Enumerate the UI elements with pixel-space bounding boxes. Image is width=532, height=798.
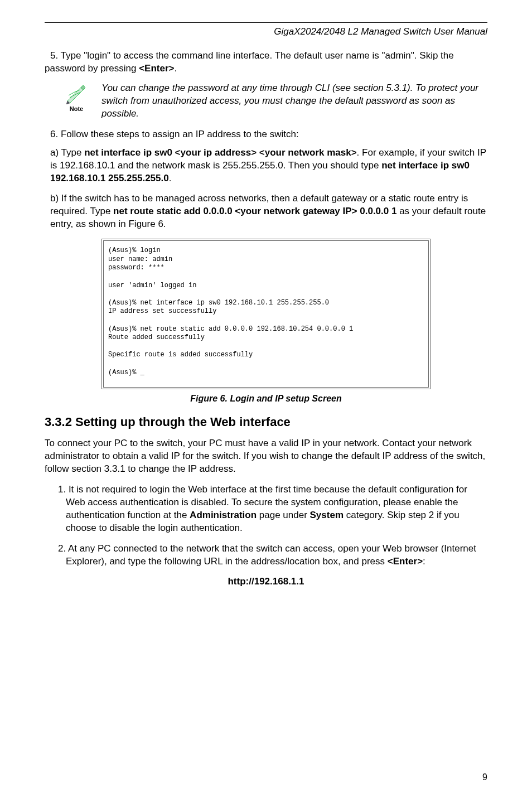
item2-end: : xyxy=(423,556,425,567)
substep-b: b) If the switch has to be managed acros… xyxy=(50,192,487,231)
note-label: Note xyxy=(61,105,91,112)
item1-admin: Administration xyxy=(190,510,257,520)
item2-enter: <Enter> xyxy=(388,556,423,567)
note-icon-wrap: Note xyxy=(61,82,91,112)
note-block: Note You can change the password at any … xyxy=(61,82,487,120)
header-divider xyxy=(45,22,487,23)
substep-a-prefix: a) Type xyxy=(50,147,84,158)
substep-a-end: . xyxy=(169,173,172,183)
step-5-text: 5. Type "login" to access the command li… xyxy=(45,50,454,74)
step-5-enter: <Enter> xyxy=(139,63,174,74)
url-text: http://192.168.1.1 xyxy=(45,576,487,587)
intro-paragraph: To connect your PC to the switch, your P… xyxy=(45,437,487,476)
page-number: 9 xyxy=(482,772,487,782)
section-heading: 3.3.2 Setting up through the Web interfa… xyxy=(45,415,487,429)
figure-caption: Figure 6. Login and IP setup Screen xyxy=(45,394,487,404)
note-text: You can change the password at any time … xyxy=(101,82,487,120)
list-item-1: 1. It is not required to login the Web i… xyxy=(58,483,487,535)
list-item-2: 2. At any PC connected to the network th… xyxy=(58,543,487,568)
item1-system: System xyxy=(310,510,344,520)
step-5: 5. Type "login" to access the command li… xyxy=(45,50,487,75)
substep-a: a) Type net interface ip sw0 <your ip ad… xyxy=(50,147,487,185)
substep-a-cmd1: net interface ip sw0 <your ip address> <… xyxy=(84,147,356,158)
substep-b-cmd: net route static add 0.0.0.0 <your netwo… xyxy=(113,206,396,216)
item1-mid: page under xyxy=(257,510,309,520)
terminal-output: (Asus)% login user name: admin password:… xyxy=(101,239,431,389)
step-5-end: . xyxy=(174,63,177,74)
pencil-icon xyxy=(64,82,89,104)
step-6: 6. Follow these steps to assign an IP ad… xyxy=(45,128,487,141)
terminal-container: (Asus)% login user name: admin password:… xyxy=(101,239,431,389)
page-header-title: GigaX2024/2048 L2 Managed Switch User Ma… xyxy=(45,26,487,37)
step-6-text: 6. Follow these steps to assign an IP ad… xyxy=(50,129,299,139)
